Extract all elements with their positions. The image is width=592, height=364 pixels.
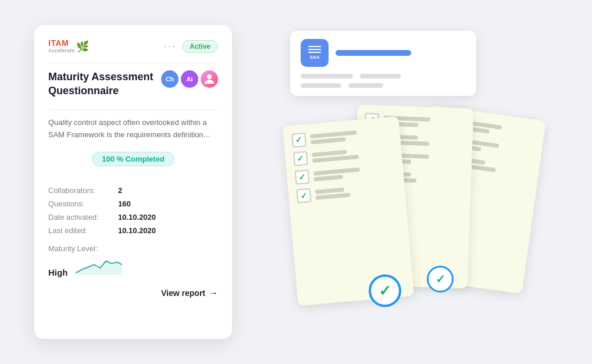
arrow-right-icon: → <box>209 288 218 298</box>
sas-content-line-2 <box>360 74 401 78</box>
divider-1 <box>48 63 218 63</box>
avatar-photo <box>201 70 218 88</box>
doc-lines-f2 <box>312 149 359 163</box>
active-badge: Active <box>182 40 218 53</box>
doc-line-f3a <box>313 167 360 176</box>
assessment-card: ITAM Accelerate 🌿 ··· Active Maturity As… <box>34 25 232 339</box>
edited-label: Last edited: <box>48 224 118 237</box>
doc-row-f3: ✓ <box>295 162 395 185</box>
completion-badge: 100 % Completed <box>92 152 174 166</box>
doc-lines-f4 <box>315 187 351 199</box>
maturity-chart <box>76 256 122 277</box>
doc-line-f4a <box>315 187 344 194</box>
sas-line-2 <box>308 49 321 50</box>
svg-point-0 <box>207 74 212 79</box>
leaf-icon: 🌿 <box>76 40 89 53</box>
checkmark-f3: ✓ <box>298 172 306 182</box>
date-value: 10.10.2020 <box>118 210 218 224</box>
doc-row-f1: ✓ <box>291 125 392 148</box>
view-report-label: View report <box>161 288 205 298</box>
avatar-group: Ch Ai <box>161 70 218 88</box>
sas-line-3 <box>308 52 321 53</box>
doc-line-f4b <box>315 192 350 199</box>
doc-row-f2: ✓ <box>293 144 394 166</box>
sas-content-line-4 <box>348 83 383 88</box>
checkbox-f2: ✓ <box>293 151 308 166</box>
sas-content-line-3 <box>301 83 341 88</box>
sas-label: SAS <box>310 55 319 60</box>
sas-line-row-1 <box>301 74 466 78</box>
doc-row-f4: ✓ <box>296 181 397 204</box>
sas-title-bar <box>336 50 411 56</box>
sas-lines <box>301 74 466 88</box>
card-description: Quality control aspect often overlooked … <box>48 117 218 141</box>
card-title: Maturity Assessment Questionnaire <box>48 70 161 98</box>
divider-2 <box>48 109 218 110</box>
more-options-icon[interactable]: ··· <box>164 40 176 52</box>
date-label: Date activated: <box>48 210 118 224</box>
maturity-section: Maturity Level: High <box>48 244 218 277</box>
sas-card: SAS <box>290 31 476 96</box>
questions-label: Questions: <box>48 197 118 210</box>
checkmark-f1: ✓ <box>295 135 302 145</box>
brand-name: ITAM <box>48 39 75 48</box>
right-side: SAS ✓ <box>255 31 558 333</box>
sas-icon: SAS <box>301 39 329 67</box>
maturity-value: High <box>48 267 67 277</box>
checkbox-f1: ✓ <box>291 133 306 148</box>
stat-date-activated: Date activated: 10.10.2020 <box>48 210 218 224</box>
maturity-label: Maturity Level: <box>48 244 218 253</box>
avatar-ch: Ch <box>161 70 179 88</box>
main-container: ITAM Accelerate 🌿 ··· Active Maturity As… <box>0 0 592 364</box>
stat-last-edited: Last edited: 10.10.2020 <box>48 224 218 237</box>
doc-lines-f3 <box>313 167 361 181</box>
checkbox-f4: ✓ <box>296 188 311 204</box>
checkmark-f4: ✓ <box>300 191 308 201</box>
logo-area: ITAM Accelerate 🌿 <box>48 39 89 53</box>
sas-line-row-2 <box>301 83 466 88</box>
view-report-button[interactable]: View report → <box>48 288 218 298</box>
big-circle-check-2: ✓ <box>427 266 454 292</box>
stats-table: Collaborators: 2 Questions: 160 Date act… <box>48 184 218 237</box>
avatar-ai: Ai <box>181 70 198 88</box>
questions-value: 160 <box>118 197 218 210</box>
sas-content-line-1 <box>301 74 353 78</box>
checkbox-f3: ✓ <box>295 170 310 185</box>
collaborators-label: Collaborators: <box>48 184 118 197</box>
brand-sub: Accelerate <box>48 48 75 53</box>
checkmark-f2: ✓ <box>297 154 304 163</box>
big-checkmark-2: ✓ <box>436 272 445 286</box>
card-header: ITAM Accelerate 🌿 ··· Active <box>48 39 218 53</box>
sas-icon-lines <box>308 46 321 53</box>
doc-line-f1b <box>311 137 345 144</box>
big-circle-check-1: ✓ <box>369 274 401 307</box>
brand-logo: ITAM Accelerate <box>48 39 75 53</box>
sas-line-1 <box>308 46 321 47</box>
big-checkmark-1: ✓ <box>379 282 391 300</box>
doc-line-f3b <box>314 174 343 181</box>
edited-value: 10.10.2020 <box>118 224 218 237</box>
collaborators-value: 2 <box>118 184 218 197</box>
stat-collaborators: Collaborators: 2 <box>48 184 218 197</box>
svg-marker-1 <box>76 261 122 275</box>
sas-header: SAS <box>301 39 466 67</box>
doc-line-f1a <box>310 130 356 138</box>
stat-questions: Questions: 160 <box>48 197 218 210</box>
doc-lines-f1 <box>310 130 357 144</box>
